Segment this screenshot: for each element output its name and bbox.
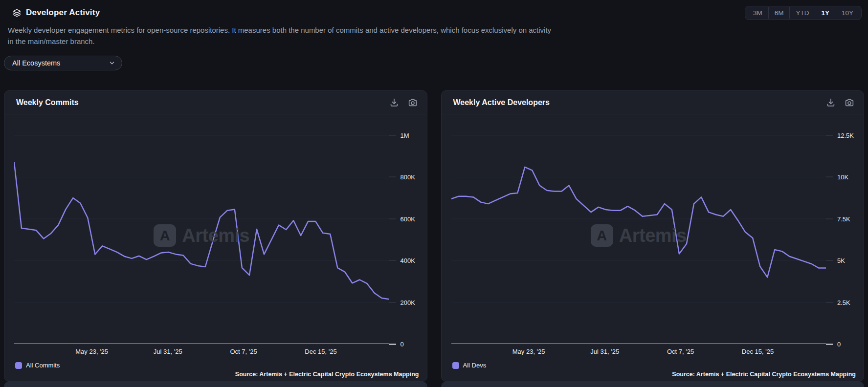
legend-item-all-commits[interactable]: All Commits — [15, 362, 60, 369]
x-axis-label: Dec 15, '25 — [305, 348, 336, 355]
y-tick-mark — [389, 302, 396, 302]
legend-swatch — [15, 362, 22, 369]
next-card-top-left — [4, 382, 427, 387]
series-line — [14, 163, 389, 300]
chart-title: Weekly Commits — [16, 98, 79, 107]
y-axis-label: 600K — [401, 215, 415, 222]
y-tick-mark — [389, 218, 396, 219]
y-axis-label: 12.5K — [837, 132, 854, 139]
y-axis-label: 200K — [401, 299, 415, 306]
y-tick-mark — [826, 344, 833, 344]
devs-line-plot — [451, 114, 826, 344]
x-axis-label: Jul 31, '25 — [590, 348, 619, 355]
y-axis-label: 400K — [401, 257, 415, 264]
page-description: Weekly developer engagement metrics for … — [4, 24, 862, 47]
y-tick-mark — [389, 344, 396, 344]
legend-swatch — [452, 362, 459, 369]
y-axis-tick: 12.5K — [826, 132, 864, 139]
y-tick-mark — [826, 218, 833, 219]
weekly-active-developers-card-header: Weekly Active Developers — [442, 91, 864, 114]
time-range-ytd[interactable]: YTD — [789, 7, 815, 19]
card-footer: All Devs — [442, 359, 864, 371]
y-axis-label: 1M — [401, 132, 409, 139]
x-axis-label: Dec 15, '25 — [742, 348, 774, 355]
weekly-commits-card: Weekly Commits A Artemis 0200K400K600K80… — [4, 90, 427, 382]
page-header: Developer Activity 3M 6M YTD 1Y 10Y Week… — [0, 0, 868, 70]
weekly-commits-card-header: Weekly Commits — [4, 91, 427, 114]
weekly-commits-chart[interactable]: A Artemis 0200K400K600K800K1M May 23, '2… — [4, 114, 427, 359]
time-range-3m[interactable]: 3M — [747, 7, 768, 19]
download-csv-button[interactable] — [825, 97, 836, 108]
next-row-card-tops — [0, 382, 868, 387]
y-axis-label: 800K — [401, 173, 415, 181]
y-axis-tick: 800K — [389, 173, 427, 181]
y-axis-label: 2.5K — [837, 299, 850, 306]
ecosystem-dropdown[interactable]: All Ecosystems — [4, 56, 122, 70]
y-axis-tick: 0 — [389, 341, 427, 348]
y-tick-mark — [389, 177, 396, 177]
legend-item-all-devs[interactable]: All Devs — [452, 362, 487, 369]
source-attribution: Source: Artemis + Electric Capital Crypt… — [235, 371, 419, 378]
y-axis-label: 7.5K — [837, 215, 850, 222]
time-range-selector: 3M 6M YTD 1Y 10Y — [745, 6, 862, 20]
y-tick-mark — [826, 260, 833, 261]
legend-label: All Devs — [463, 362, 487, 369]
plot-area[interactable]: A Artemis — [451, 114, 826, 344]
y-axis-tick: 200K — [389, 299, 427, 306]
y-axis-label: 10K — [837, 173, 848, 181]
page-title: Developer Activity — [26, 8, 100, 18]
ecosystem-dropdown-value: All Ecosystems — [12, 59, 60, 67]
screenshot-button[interactable] — [844, 97, 855, 108]
card-footer: All Commits — [4, 359, 427, 371]
weekly-active-developers-chart[interactable]: A Artemis 02.5K5K7.5K10K12.5K May 23, '2… — [442, 114, 864, 359]
y-tick-mark — [389, 260, 396, 261]
y-axis: 0200K400K600K800K1M — [389, 114, 427, 344]
layers-icon — [13, 9, 21, 17]
x-axis-label: Oct 7, '25 — [230, 348, 257, 355]
y-axis-tick: 7.5K — [826, 215, 864, 222]
commits-line-plot — [14, 114, 389, 344]
y-tick-mark — [826, 135, 833, 136]
screenshot-button[interactable] — [407, 97, 418, 108]
time-range-1y[interactable]: 1Y — [815, 7, 835, 19]
x-axis-label: Oct 7, '25 — [667, 348, 694, 355]
source-attribution: Source: Artemis + Electric Capital Crypt… — [672, 371, 856, 378]
y-tick-mark — [826, 302, 833, 302]
y-tick-mark — [389, 135, 396, 136]
weekly-active-developers-card: Weekly Active Developers A Artemis 02.5K… — [441, 90, 865, 382]
y-axis-tick: 10K — [826, 173, 864, 181]
y-axis-tick: 600K — [389, 215, 427, 222]
plot-area[interactable]: A Artemis — [14, 114, 389, 344]
x-axis-label: May 23, '25 — [512, 348, 545, 355]
y-axis-label: 0 — [401, 341, 404, 348]
download-icon — [825, 97, 836, 108]
y-axis-tick: 400K — [389, 257, 427, 264]
y-axis-tick: 0 — [826, 341, 864, 348]
card-actions — [389, 97, 418, 108]
y-axis-tick: 5K — [826, 257, 864, 264]
y-tick-mark — [826, 177, 833, 177]
camera-icon — [844, 97, 855, 108]
download-icon — [389, 97, 400, 108]
download-csv-button[interactable] — [389, 97, 400, 108]
description-line-2: in the main/master branch. — [8, 37, 95, 45]
x-axis-label: Jul 31, '25 — [154, 348, 182, 355]
time-range-10y[interactable]: 10Y — [835, 7, 859, 19]
card-actions — [825, 97, 855, 108]
x-axis: May 23, '25Jul 31, '25Oct 7, '25Dec 15, … — [451, 344, 826, 359]
chart-title: Weekly Active Developers — [453, 98, 550, 107]
y-axis: 02.5K5K7.5K10K12.5K — [826, 114, 864, 344]
y-axis-tick: 2.5K — [826, 299, 864, 306]
x-axis-label: May 23, '25 — [75, 348, 108, 355]
description-line-1: Weekly developer engagement metrics for … — [8, 26, 551, 34]
y-axis-label: 5K — [837, 257, 845, 264]
x-axis: May 23, '25Jul 31, '25Oct 7, '25Dec 15, … — [14, 344, 389, 359]
legend-label: All Commits — [26, 362, 60, 369]
chart-cards-row: Weekly Commits A Artemis 0200K400K600K80… — [0, 90, 868, 382]
title-row: Developer Activity — [13, 7, 862, 19]
time-range-6m[interactable]: 6M — [768, 7, 790, 19]
next-card-top-right — [441, 382, 865, 387]
y-axis-tick: 1M — [389, 132, 427, 139]
chevron-down-icon — [109, 60, 115, 66]
camera-icon — [407, 97, 418, 108]
